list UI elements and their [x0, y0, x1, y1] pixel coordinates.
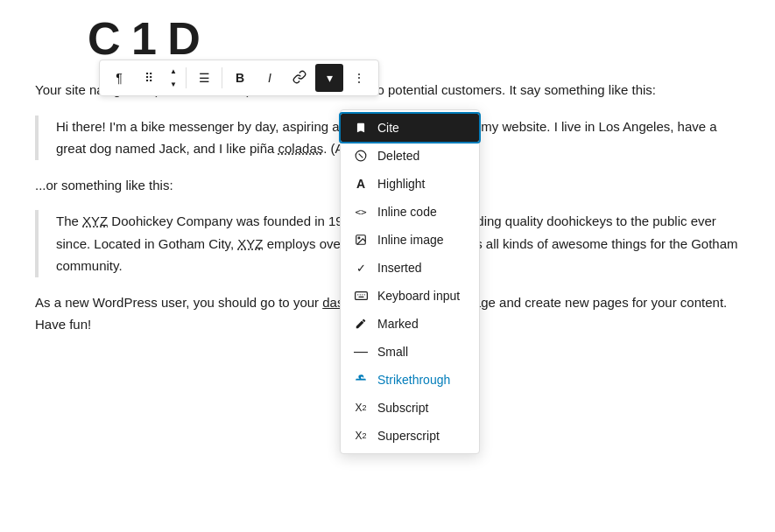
drag-icon: ⠿	[144, 71, 153, 85]
highlight-label: Highlight	[377, 177, 425, 191]
formatting-toolbar: ¶ ⠿ ▲ ▼ ☰ B I ▾	[99, 60, 379, 96]
cite-icon	[353, 120, 369, 136]
divider-2	[222, 67, 222, 88]
menu-item-highlight[interactable]: A Highlight	[341, 170, 479, 198]
inserted-label: Inserted	[377, 261, 422, 275]
inserted-icon: ✓	[353, 260, 369, 276]
subscript-icon: X2	[353, 400, 369, 416]
drag-button[interactable]: ⠿	[135, 64, 163, 92]
menu-item-deleted[interactable]: Deleted	[341, 142, 479, 170]
menu-item-inserted[interactable]: ✓ Inserted	[341, 254, 479, 282]
italic-icon: I	[268, 71, 271, 85]
format-dropdown-menu: Cite Deleted A Highlight <> Inline code …	[340, 109, 480, 454]
menu-item-marked[interactable]: Marked	[341, 310, 479, 338]
menu-item-inline-image[interactable]: Inline image	[341, 226, 479, 254]
svg-point-3	[358, 237, 360, 239]
inline-code-label: Inline code	[377, 205, 437, 219]
inline-code-icon: <>	[353, 204, 369, 220]
chevron-down-icon: ▾	[327, 71, 333, 85]
arrow-stepper: ▲ ▼	[165, 66, 182, 91]
strikethrough-label: Strikethrough	[377, 373, 450, 387]
arrow-up-button[interactable]: ▲	[165, 66, 182, 78]
menu-item-superscript[interactable]: X2 Superscript	[341, 422, 479, 450]
menu-item-inline-code[interactable]: <> Inline code	[341, 198, 479, 226]
menu-item-small[interactable]: — Small	[341, 338, 479, 366]
marked-icon	[353, 316, 369, 332]
link-icon	[292, 70, 306, 87]
deleted-icon	[353, 148, 369, 164]
bold-button[interactable]: B	[226, 64, 254, 92]
marked-label: Marked	[377, 317, 419, 331]
paragraph-icon: ¶	[116, 71, 123, 85]
italic-button[interactable]: I	[256, 64, 284, 92]
svg-rect-4	[355, 292, 367, 300]
text-hidden: by day, aspiring ac	[234, 119, 346, 134]
text-hidden6: ould go to your	[232, 295, 322, 310]
dropdown-toggle-button[interactable]: ▾	[315, 64, 343, 92]
deleted-label: Deleted	[377, 149, 419, 163]
underline-text: coladas	[278, 141, 324, 156]
menu-item-strikethrough[interactable]: Strikethrough	[341, 366, 479, 394]
divider-1	[186, 67, 187, 88]
inline-image-label: Inline image	[377, 233, 444, 247]
paragraph-button[interactable]: ¶	[105, 64, 133, 92]
small-icon: —	[353, 344, 369, 360]
bold-icon: B	[236, 71, 244, 85]
superscript-icon: X2	[353, 428, 369, 444]
more-icon: ⋮	[353, 71, 365, 85]
menu-item-subscript[interactable]: X2 Subscript	[341, 394, 479, 422]
small-label: Small	[377, 345, 408, 359]
keyboard-input-label: Keyboard input	[377, 289, 460, 303]
strikethrough-icon	[353, 372, 369, 388]
xyz-link-1: XYZ	[82, 214, 108, 228]
text-segment-2: It	[509, 82, 516, 97]
arrow-down-button[interactable]: ▼	[165, 79, 182, 91]
keyboard-input-icon	[353, 288, 369, 304]
align-icon: ☰	[199, 71, 210, 85]
menu-item-cite[interactable]: Cite	[341, 114, 479, 142]
subscript-label: Subscript	[377, 401, 428, 415]
text-hidden3: was founded in 19	[236, 214, 343, 228]
menu-item-keyboard-input[interactable]: Keyboard input	[341, 282, 479, 310]
inline-image-icon	[353, 232, 369, 248]
superscript-label: Superscript	[377, 429, 440, 443]
xyz-link-2: XYZ	[237, 236, 263, 251]
link-button[interactable]	[285, 64, 314, 92]
cite-label: Cite	[377, 121, 399, 135]
highlight-icon: A	[353, 176, 369, 192]
svg-line-1	[359, 154, 363, 158]
more-options-button[interactable]: ⋮	[345, 64, 373, 92]
align-button[interactable]: ☰	[190, 64, 218, 92]
